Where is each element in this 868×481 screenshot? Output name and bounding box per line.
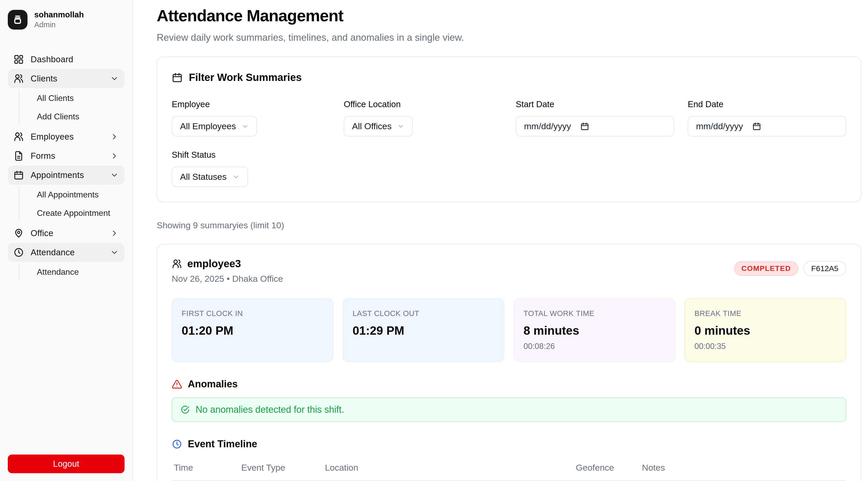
sidebar-item-create-appointment[interactable]: Create Appointment [34,205,125,221]
chevron-down-icon [397,123,404,130]
stat-value: 0 minutes [694,324,836,337]
sidebar-submenu-clients: All Clients Add Clients [19,90,125,125]
stat-value: 01:29 PM [352,324,494,337]
sidebar-item-forms[interactable]: Forms [8,146,125,166]
sidebar-nav: Dashboard Clients All Clients Add Client… [8,50,125,282]
start-date-label: Start Date [516,99,674,109]
calendar-icon [13,170,24,180]
sidebar-item-label: Clients [31,74,103,84]
sidebar-item-attendance[interactable]: Attendance [8,243,125,262]
card-badges: COMPLETED F612A5 [734,258,846,276]
stat-label: TOTAL WORK TIME [524,309,665,318]
office-label: Office Location [344,99,502,109]
timeline-header-row: Time Event Type Location Geofence Notes [172,458,846,481]
avatar [8,10,28,30]
shift-status-select-value: All Statuses [180,172,227,182]
chevron-down-icon [110,74,119,83]
main-content: Attendance Management Review daily work … [133,0,868,481]
column-header-geofence: Geofence [574,458,640,481]
end-date-placeholder: mm/dd/yyyy [696,121,743,131]
employee-field: Employee All Employees [172,99,330,137]
clock-icon [13,247,24,258]
employee-select-value: All Employees [180,121,236,131]
employee-meta: Nov 26, 2025 • Dhaka Office [172,274,283,284]
sidebar-item-clients[interactable]: Clients [8,69,125,88]
timeline-table: Time Event Type Location Geofence Notes … [172,458,846,481]
status-badge: COMPLETED [734,261,798,276]
column-header-time: Time [172,458,239,481]
employee-select[interactable]: All Employees [172,116,257,137]
sidebar-item-add-clients[interactable]: Add Clients [34,108,125,125]
sidebar-item-office[interactable]: Office [8,223,125,243]
stat-cards: FIRST CLOCK IN 01:20 PM LAST CLOCK OUT 0… [172,298,846,362]
no-anomalies-message: No anomalies detected for this shift. [195,404,344,415]
filter-title: Filter Work Summaries [189,71,302,83]
users-icon [13,73,24,84]
shift-code-badge: F612A5 [803,261,846,276]
chevron-right-icon [110,132,119,141]
sidebar-item-dashboard[interactable]: Dashboard [8,50,125,69]
calendar-icon[interactable] [752,122,761,131]
chevron-down-icon [110,171,119,180]
shift-status-select[interactable]: All Statuses [172,167,248,187]
chevron-down-icon [110,248,119,257]
sidebar-spacer [8,282,125,454]
app-window: sohanmollah Admin Dashboard Clients All … [0,0,868,481]
dashboard-icon [13,54,24,65]
map-pin-icon [13,228,24,238]
stat-label: LAST CLOCK OUT [352,309,494,318]
stat-sub-value: 00:00:35 [694,342,836,351]
sidebar-item-employees[interactable]: Employees [8,127,125,146]
clock-icon [172,439,182,449]
timeline-title: Event Timeline [188,439,257,450]
shift-status-field: Shift Status All Statuses [172,150,330,187]
chevron-right-icon [110,229,119,238]
sidebar-item-label: Appointments [31,170,103,180]
stat-first-clock-in: FIRST CLOCK IN 01:20 PM [172,298,333,362]
office-select[interactable]: All Offices [344,116,413,137]
calendar-icon [172,72,183,83]
work-summary-card: employee3 Nov 26, 2025 • Dhaka Office CO… [157,244,861,481]
check-circle-icon [181,405,190,414]
end-date-field: End Date mm/dd/yyyy [688,99,846,137]
timeline-header: Event Timeline [172,439,846,450]
stat-last-clock-out: LAST CLOCK OUT 01:29 PM [343,298,504,362]
start-date-field: Start Date mm/dd/yyyy [516,99,674,137]
filter-header: Filter Work Summaries [172,71,846,83]
users-icon [172,259,182,269]
start-date-input[interactable]: mm/dd/yyyy [516,116,674,137]
sidebar-item-label: Office [31,228,103,238]
filter-panel: Filter Work Summaries Employee All Emplo… [157,57,861,202]
user-role: Admin [34,20,84,29]
briefcase-icon [12,14,23,25]
end-date-input[interactable]: mm/dd/yyyy [688,116,846,137]
column-header-event-type: Event Type [239,458,323,481]
employee-name: employee3 [187,258,241,270]
filter-grid: Employee All Employees Office Location A… [172,99,846,187]
sidebar-item-all-appointments[interactable]: All Appointments [34,186,125,203]
sidebar-item-all-clients[interactable]: All Clients [34,90,125,107]
sidebar-item-appointments[interactable]: Appointments [8,166,125,185]
file-icon [13,151,24,161]
sidebar-item-label: Employees [31,132,103,142]
page-subtitle: Review daily work summaries, timelines, … [157,32,861,43]
stat-total-work-time: TOTAL WORK TIME 8 minutes 00:08:26 [514,298,675,362]
employee-name-line: employee3 [172,258,283,270]
chevron-down-icon [232,173,240,181]
user-text: sohanmollah Admin [34,10,84,29]
shift-status-label: Shift Status [172,150,330,160]
sidebar: sohanmollah Admin Dashboard Clients All … [0,0,133,481]
logout-button[interactable]: Logout [8,454,125,473]
page-title: Attendance Management [157,6,861,25]
summary-card-header: employee3 Nov 26, 2025 • Dhaka Office CO… [172,258,846,284]
alert-triangle-icon [172,379,182,389]
start-date-placeholder: mm/dd/yyyy [524,121,571,131]
results-count: Showing 9 summaryies (limit 10) [157,220,861,230]
calendar-icon[interactable] [580,122,589,131]
user-name: sohanmollah [34,10,84,20]
sidebar-item-attendance-sub[interactable]: Attendance [34,264,125,280]
sidebar-item-label: Forms [31,151,103,161]
chevron-down-icon [242,123,249,130]
stat-value: 01:20 PM [182,324,323,337]
sidebar-item-label: Dashboard [31,55,119,64]
